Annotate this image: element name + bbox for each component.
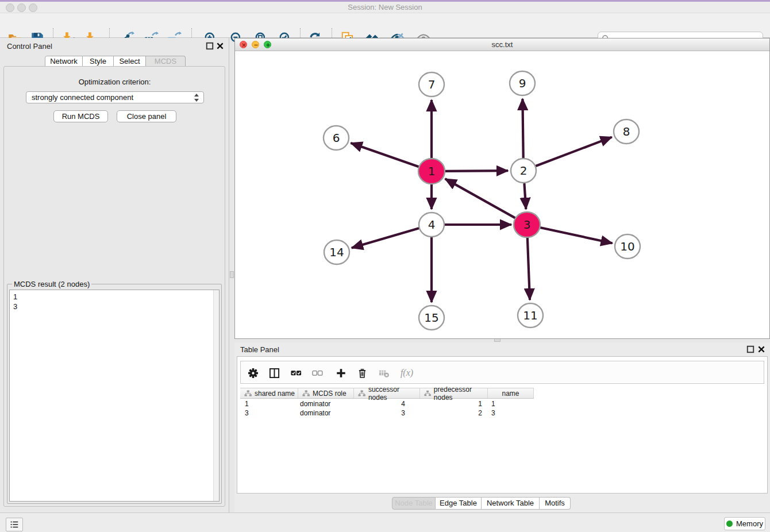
network-window-titlebar[interactable]: scc.txt [235, 38, 769, 51]
node-11[interactable]: 11 [518, 303, 543, 327]
node-2[interactable]: 2 [511, 159, 536, 183]
close-icon [241, 43, 247, 48]
create-column-button[interactable] [333, 367, 348, 379]
maximize-icon [265, 43, 271, 48]
tab-node-table[interactable]: Node Table [392, 497, 436, 510]
cell-predecessor-nodes[interactable]: 2 [420, 408, 488, 418]
cell-name[interactable]: 1 [488, 399, 534, 408]
node-14[interactable]: 14 [324, 240, 349, 264]
network-maximize-button[interactable] [264, 41, 271, 48]
node-10[interactable]: 10 [615, 234, 640, 259]
node-label: 9 [519, 76, 526, 90]
table-toolbar: f(x) [240, 361, 764, 384]
plus-icon [336, 368, 346, 379]
delete-table-button[interactable] [376, 367, 391, 379]
task-history-button[interactable] [6, 518, 23, 531]
node-15[interactable]: 15 [419, 306, 444, 330]
node-label: 8 [623, 125, 630, 138]
unselect-all-columns-button[interactable] [310, 367, 325, 379]
column-header-name[interactable]: name [488, 388, 534, 398]
cell-mcds-role[interactable]: dominator [298, 399, 354, 408]
column-label: MCDS role [313, 390, 346, 398]
edge-1-2[interactable] [444, 171, 508, 171]
edge-3-10[interactable] [540, 228, 613, 244]
close-panel-button-mcds[interactable]: Close panel [117, 110, 176, 122]
vertical-splitter-handle[interactable] [230, 271, 234, 278]
column-label: name [502, 390, 519, 398]
edge-3-11[interactable] [528, 237, 530, 300]
edge-2-8[interactable] [536, 137, 612, 167]
cell-shared-name[interactable]: 3 [240, 408, 298, 418]
edge-2-9[interactable] [522, 99, 523, 158]
table-row[interactable]: 3 dominator 3 2 3 [240, 408, 534, 418]
edge-2-3[interactable] [524, 183, 526, 209]
edge-1-6[interactable] [351, 143, 420, 167]
table-panel-tabs: Node Table Edge Table Network Table Moti… [392, 497, 571, 510]
cell-mcds-role[interactable]: dominator [298, 408, 354, 418]
memory-button[interactable]: Memory [724, 517, 765, 530]
app-window: { "window": { "title": "Session: New Ses… [0, 0, 770, 532]
node-label: 6 [333, 131, 340, 145]
mcds-result-list[interactable]: 1 3 [9, 290, 220, 502]
node-7[interactable]: 7 [419, 72, 444, 97]
node-4[interactable]: 4 [419, 213, 444, 237]
edge-3-1[interactable] [445, 179, 516, 218]
network-minimize-button[interactable] [252, 41, 259, 48]
tab-select[interactable]: Select [114, 56, 146, 67]
close-window-button[interactable] [6, 3, 14, 12]
minimize-icon [253, 43, 259, 48]
maximize-window-button[interactable] [29, 3, 37, 12]
control-panel: Control Panel Network Style Select MCDS … [0, 38, 229, 512]
node-1[interactable]: 1 [418, 159, 445, 184]
result-scrollbar[interactable] [213, 290, 219, 501]
tab-network-table[interactable]: Network Table [482, 497, 540, 510]
network-view-window: scc.txt 1234678910111415 [234, 38, 770, 339]
cell-successor-nodes[interactable]: 4 [354, 399, 420, 408]
node-3[interactable]: 3 [514, 212, 540, 237]
tree-icon [244, 390, 252, 396]
cell-successor-nodes[interactable]: 3 [354, 408, 420, 418]
cell-name[interactable]: 3 [488, 408, 534, 418]
cell-shared-name[interactable]: 1 [240, 399, 298, 408]
column-header-predecessor-nodes[interactable]: predecessor nodes [420, 388, 488, 398]
select-all-columns-button[interactable] [288, 367, 303, 379]
column-header-shared-name[interactable]: shared name [240, 388, 298, 398]
edge-4-14[interactable] [352, 228, 419, 248]
tab-network[interactable]: Network [45, 56, 83, 67]
show-columns-button[interactable] [267, 367, 282, 379]
delete-column-button[interactable] [355, 367, 369, 379]
node-label: 2 [520, 164, 528, 178]
network-window-title: scc.txt [235, 38, 769, 51]
close-panel-button[interactable] [216, 42, 224, 50]
tab-mcds[interactable]: MCDS [146, 56, 186, 67]
tab-motifs[interactable]: Motifs [540, 497, 571, 510]
close-table-panel-button[interactable] [757, 345, 765, 353]
float-table-panel-button[interactable] [746, 345, 754, 353]
minimize-window-button[interactable] [17, 3, 26, 12]
node-label: 14 [329, 245, 344, 259]
table-content: f(x) shared name MCDS role [237, 356, 768, 494]
memory-status-icon [726, 521, 733, 527]
table-row[interactable]: 1 dominator 4 1 1 [240, 399, 534, 408]
tab-style[interactable]: Style [83, 56, 114, 67]
run-mcds-button[interactable]: Run MCDS [53, 110, 108, 122]
network-close-button[interactable] [240, 41, 247, 48]
table-settings-button[interactable] [245, 367, 260, 379]
gear-icon [248, 368, 259, 379]
optimization-select[interactable]: strongly connected component [26, 91, 204, 103]
node-8[interactable]: 8 [614, 119, 639, 144]
node-6[interactable]: 6 [324, 126, 349, 150]
titlebar[interactable]: Session: New Session [0, 2, 770, 13]
main-toolbar [0, 13, 770, 38]
node-9[interactable]: 9 [510, 71, 535, 95]
function-builder-button[interactable]: f(x) [397, 367, 417, 379]
node-label: 4 [428, 218, 436, 232]
network-graph[interactable]: 1234678910111415 [235, 51, 769, 338]
close-icon [757, 345, 765, 353]
cell-predecessor-nodes[interactable]: 1 [420, 399, 488, 408]
column-header-mcds-role[interactable]: MCDS role [298, 388, 354, 398]
tab-edge-table[interactable]: Edge Table [436, 497, 482, 510]
column-header-successor-nodes[interactable]: successor nodes [354, 388, 420, 398]
float-panel-button[interactable] [206, 42, 214, 50]
delete-table-icon [379, 368, 390, 379]
